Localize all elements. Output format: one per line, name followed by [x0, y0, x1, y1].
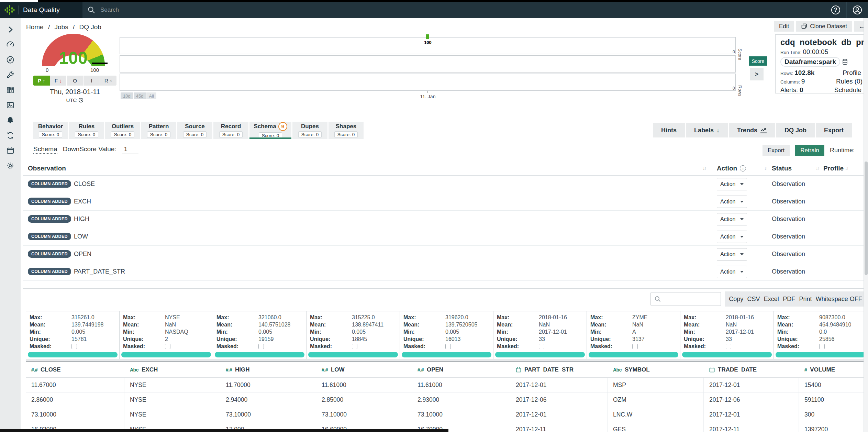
col-header-volume[interactable]: #VOLUME	[799, 362, 867, 377]
col-header-open[interactable]: #.#OPEN	[412, 362, 510, 377]
gauge-icon[interactable]	[6, 40, 15, 49]
masked-checkbox[interactable]	[445, 344, 451, 349]
col-header-close[interactable]: #.#CLOSE	[26, 362, 124, 377]
masked-checkbox[interactable]	[352, 344, 357, 349]
col-header-part-date-str[interactable]: PART_DATE_STR	[510, 362, 608, 377]
range-45d-button[interactable]: 45d	[134, 92, 146, 99]
tab-source[interactable]: Source Score: 0	[177, 122, 212, 139]
action-select[interactable]: Action	[717, 248, 747, 261]
action-select[interactable]: Action	[717, 231, 747, 243]
clock-icon[interactable]	[78, 98, 84, 103]
tab-behavior[interactable]: Behavior Score: 0	[33, 122, 68, 139]
sync-icon[interactable]	[6, 131, 15, 140]
mode-o-button[interactable]: O	[67, 76, 84, 86]
mode-passing-button[interactable]: P↑	[33, 76, 50, 86]
col-header-symbol[interactable]: AbcSYMBOL	[608, 362, 704, 377]
table-row[interactable]: 11.67000NYSE11.7000011.6100011.610002017…	[26, 378, 867, 392]
horizontal-scrollbar-thumb[interactable]	[0, 429, 448, 432]
downscore-input[interactable]	[122, 146, 138, 154]
column-progress-bar[interactable]	[402, 352, 491, 357]
col-header-high[interactable]: #.#HIGH	[220, 362, 316, 377]
dq-job-button[interactable]: DQ Job	[776, 123, 815, 137]
help-button[interactable]: ?	[825, 2, 846, 18]
schedule-link[interactable]: Schedule	[834, 86, 868, 94]
calendar-icon[interactable]	[6, 146, 15, 155]
dataset-title[interactable]: cdq_notebook_db_profil…	[780, 37, 868, 47]
col-header-exch[interactable]: AbcEXCH	[124, 362, 220, 377]
middle-trend-chart[interactable]	[120, 55, 736, 73]
labels-button[interactable]: Labels ↓	[686, 123, 728, 137]
excel-button[interactable]: Excel	[764, 296, 779, 303]
tab-dupes[interactable]: Dupes Score: 0	[292, 122, 327, 139]
user-menu-button[interactable]	[847, 2, 868, 18]
action-select[interactable]: Action	[717, 213, 747, 225]
column-progress-bar[interactable]	[121, 352, 211, 357]
table-row[interactable]: 73.10000NYSE73.1000073.1000073.100002017…	[26, 407, 867, 422]
score-data-point[interactable]	[426, 34, 429, 39]
column-progress-bar[interactable]	[589, 352, 678, 357]
column-progress-bar[interactable]	[495, 352, 585, 357]
column-progress-bar[interactable]	[776, 352, 865, 357]
masked-checkbox[interactable]	[539, 344, 544, 349]
tab-rules[interactable]: Rules Score: 0	[69, 122, 104, 139]
print-button[interactable]: Print	[799, 296, 812, 303]
col-header-trade-date[interactable]: TRADE_DATE	[704, 362, 799, 377]
copy-button[interactable]: Copy	[729, 296, 743, 303]
retrain-button[interactable]: Retrain	[795, 145, 824, 156]
score-toggle-button[interactable]: Score	[749, 56, 767, 66]
action-select[interactable]: Action	[717, 266, 747, 278]
column-progress-bar[interactable]	[28, 352, 118, 357]
schema-link[interactable]: Schema	[33, 145, 57, 154]
sort-icon[interactable]: ↓↑	[764, 166, 767, 171]
hints-button[interactable]: Hints	[653, 123, 685, 137]
table-row[interactable]: 2.86000NYSE2.940002.850002.930002017-12-…	[26, 392, 867, 407]
range-10d-button[interactable]: 10d	[121, 92, 133, 99]
action-select[interactable]: Action	[717, 196, 747, 208]
range-all-button[interactable]: All	[146, 92, 156, 99]
masked-checkbox[interactable]	[726, 344, 731, 349]
action-select[interactable]: Action	[717, 178, 747, 190]
wrench-icon[interactable]	[6, 70, 15, 79]
mode-i-button[interactable]: I	[84, 76, 100, 86]
expand-chart-button[interactable]: >	[750, 68, 764, 80]
rows-trend-chart[interactable]	[120, 74, 736, 91]
gear-icon[interactable]	[6, 161, 15, 170]
export-tab-button[interactable]: Export	[816, 123, 852, 137]
global-search[interactable]: Search	[87, 6, 825, 14]
export-button[interactable]: Export	[763, 145, 790, 156]
info-icon[interactable]: i	[740, 165, 746, 171]
catalog-icon[interactable]	[6, 86, 15, 95]
csv-button[interactable]: CSV	[747, 296, 760, 303]
masked-checkbox[interactable]	[165, 344, 170, 349]
bell-icon[interactable]	[6, 116, 15, 125]
whitespace-toggle[interactable]: Whitespace OFF	[816, 296, 862, 303]
sidebar-expand-button[interactable]	[6, 25, 15, 34]
sort-icon[interactable]: ↓↑	[816, 166, 819, 171]
tab-shapes[interactable]: Shapes Score: 0	[329, 122, 364, 139]
masked-checkbox[interactable]	[819, 344, 825, 349]
tab-schema[interactable]: Schema 9 Score: 0	[249, 122, 291, 139]
trends-button[interactable]: Trends	[729, 123, 775, 137]
vertical-scrollbar[interactable]	[864, 18, 868, 432]
edit-button[interactable]: Edit	[774, 21, 794, 32]
tab-record[interactable]: Record Score: 0	[213, 122, 248, 139]
table-search-input[interactable]	[650, 292, 721, 306]
masked-checkbox[interactable]	[258, 344, 264, 349]
masked-checkbox[interactable]	[632, 344, 638, 349]
pdf-button[interactable]: PDF	[783, 296, 795, 303]
tab-outliers[interactable]: Outliers Score: 0	[105, 122, 140, 139]
mode-r-button[interactable]: R×	[100, 76, 116, 86]
sort-icon[interactable]: ↓↑	[845, 166, 848, 171]
sort-icon[interactable]: ↓↑	[703, 166, 706, 171]
column-progress-bar[interactable]	[308, 352, 398, 357]
logo-block[interactable]: Data Quality	[0, 2, 82, 18]
image-icon[interactable]	[6, 101, 15, 110]
masked-checkbox[interactable]	[71, 344, 77, 349]
mode-failing-button[interactable]: F↓	[50, 76, 67, 86]
dataframe-chip[interactable]: Dataframe:spark	[780, 57, 840, 67]
column-progress-bar[interactable]	[682, 352, 772, 357]
clone-dataset-button[interactable]: Clone Dataset	[796, 21, 852, 32]
compass-icon[interactable]	[6, 55, 15, 64]
scrollbar-thumb[interactable]	[865, 162, 868, 275]
tab-pattern[interactable]: Pattern Score: 0	[141, 122, 176, 139]
